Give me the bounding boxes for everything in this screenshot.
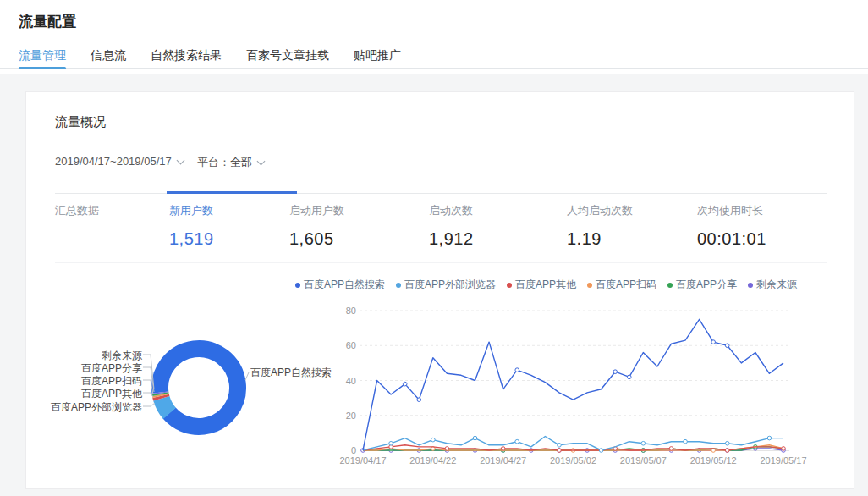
svg-text:0: 0 [351,445,356,455]
nav-tab-organic-search-results[interactable]: 自然搜索结果 [151,44,222,68]
svg-text:2019/05/02: 2019/05/02 [550,455,596,466]
stat-value: 00:01:01 [697,229,766,249]
stat-label: 人均启动次数 [567,203,633,218]
svg-text:20: 20 [346,411,356,421]
nav-tab-tieba-promotion[interactable]: 贴吧推广 [354,44,401,68]
stat-value: 1,519 [169,229,214,249]
stat-value: 1.19 [567,229,633,249]
stat-tab-new-users[interactable]: 新用户数 1,519 [169,203,214,249]
date-range-selector[interactable]: 2019/04/17~2019/05/17 [55,155,184,168]
svg-text:60: 60 [346,340,356,350]
svg-text:2019/05/07: 2019/05/07 [620,455,667,466]
legend-item-baidu-app-external-browser[interactable]: 百度APP外部浏览器 [396,278,496,292]
stat-value: 1,605 [289,229,344,249]
svg-text:2019/05/12: 2019/05/12 [690,455,737,466]
chevron-down-icon [257,157,266,166]
donut-label-baidu-app-external-browser: 百度APP外部浏览器 [26,400,142,415]
stat-value: 1,912 [429,229,474,249]
legend-item-baidu-app-scan[interactable]: 百度APP扫码 [587,278,656,292]
stats-divider [55,262,827,263]
legend-dot-icon [507,283,512,288]
platform-selector[interactable]: 平台：全部 [197,155,264,170]
legend-dot-icon [667,283,673,288]
legend-label: 百度APP外部浏览器 [404,278,496,292]
legend-dot-icon [748,283,753,288]
nav-tab-feed[interactable]: 信息流 [91,44,126,68]
legend-label: 百度APP自然搜索 [304,278,385,292]
stat-tab-avg-session-duration[interactable]: 次均使用时长 00:01:01 [697,203,766,249]
date-range-text: 2019/04/17~2019/05/17 [55,155,172,168]
legend-item-baidu-app-organic-search[interactable]: 百度APP自然搜索 [295,278,385,292]
chevron-down-icon [176,157,184,165]
legend-label: 百度APP扫码 [596,278,656,292]
legend-label: 百度APP分享 [676,278,737,292]
legend-dot-icon [295,283,300,288]
stat-label: 汇总数据 [55,203,99,218]
stat-tab-launch-count[interactable]: 启动次数 1,912 [429,203,474,249]
platform-value: 全部 [230,156,252,168]
legend-label: 百度APP其他 [515,278,576,292]
donut-label-baidu-app-other: 百度APP其他 [26,387,142,401]
svg-text:80: 80 [346,306,356,316]
donut-label-baidu-app-organic-search: 百度APP自然搜索 [250,366,332,380]
page-header: 流量配置 流量管理 信息流 自然搜索结果 百家号文章挂载 贴吧推广 [0,0,868,74]
legend-item-baidu-app-other[interactable]: 百度APP其他 [507,278,576,292]
stat-tab-avg-launch-per-user[interactable]: 人均启动次数 1.19 [567,203,633,249]
svg-text:2019/04/27: 2019/04/27 [480,455,526,466]
legend-item-baidu-app-share[interactable]: 百度APP分享 [667,278,737,292]
svg-text:40: 40 [346,376,356,386]
legend-item-remaining-sources[interactable]: 剩余来源 [748,278,797,292]
page-title: 流量配置 [19,12,76,31]
chart-legend: 百度APP自然搜索 百度APP外部浏览器 百度APP其他 百度APP扫码 百度A… [295,278,797,292]
trend-line-chart: 0204060802019/04/172019/04/222019/04/272… [339,300,855,477]
donut-chart [146,335,251,440]
stat-label: 启动次数 [429,203,474,218]
svg-text:2019/04/17: 2019/04/17 [339,455,386,466]
stat-label: 次均使用时长 [697,203,766,218]
active-stat-indicator [167,191,297,194]
stat-label: 新用户数 [169,203,214,218]
svg-text:2019/05/17: 2019/05/17 [760,455,806,466]
traffic-overview-card: 流量概况 2019/04/17~2019/05/17 平台：全部 汇总数据 新用… [25,91,854,489]
nav-tab-bar: 流量管理 信息流 自然搜索结果 百家号文章挂载 贴吧推广 [0,44,868,69]
legend-dot-icon [396,283,401,288]
svg-text:2019/04/22: 2019/04/22 [409,455,456,466]
stat-tab-summary-data[interactable]: 汇总数据 [55,203,99,229]
stat-tab-launch-users[interactable]: 启动用户数 1,605 [289,203,344,249]
stat-label: 启动用户数 [289,203,344,218]
nav-tab-baijiahao-article-mount[interactable]: 百家号文章挂载 [246,44,329,68]
legend-dot-icon [587,283,592,288]
platform-label: 平台： [197,156,230,168]
panel-title: 流量概况 [55,114,106,130]
legend-label: 剩余来源 [756,278,797,292]
nav-tab-traffic-management[interactable]: 流量管理 [19,44,66,68]
